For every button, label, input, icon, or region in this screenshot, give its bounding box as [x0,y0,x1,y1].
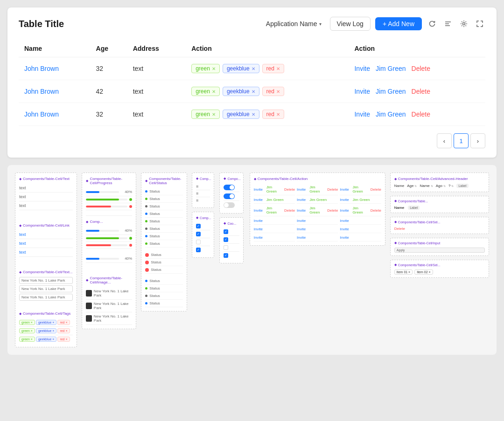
refresh-icon[interactable] [427,18,438,29]
checkbox-row3[interactable] [196,238,210,246]
action-mini-row9: InviteJim GreenDelete [297,205,338,216]
tag-close-red[interactable]: ✕ [276,66,280,71]
action-mini-row18: Invite [340,234,381,242]
select-item1[interactable]: Item 01 × [394,269,413,275]
action-mini-row16: Invite [340,217,381,225]
adv-col-ago: Ago ⇅ [436,184,446,188]
comp-input-row2[interactable]: New York No. 1 Lake Park [19,285,73,292]
mini-tag-geekblue: geekblue × [36,320,56,325]
row3-tags: green ✕ geekblue ✕ red ✕ [191,110,343,119]
checkbox-empty[interactable] [196,240,201,244]
list-item2: ≡ [196,190,210,197]
row3-invite[interactable]: Invite [354,110,370,118]
row1-jimgreen[interactable]: Jim Green [376,65,406,72]
toggle-off1[interactable] [224,202,235,208]
toggle-on1[interactable] [224,185,235,190]
comp-link-row3[interactable]: text [19,248,73,257]
comp-adv-header-title: Components/Table-Cell/Advanced-Header [394,177,485,181]
row2-delete[interactable]: Delete [412,88,430,95]
comp-input-row3[interactable]: New York No. 1 Lake Park [19,294,73,301]
tag-close-geekblue[interactable]: ✕ [252,89,255,94]
view-log-button[interactable]: View Log [330,17,371,31]
comp-text-title: Components/Table-Cell/Text [19,177,73,181]
checkbox-row4[interactable] [196,246,210,254]
action-mini-row14: InviteJim Green— [340,196,381,204]
comp-input-panel: Components/Table-Cell/Input Apply [390,238,489,256]
mini-tag-red: red × [57,320,70,325]
comp-text-row3: text [19,201,73,210]
row2-jimgreen[interactable]: Jim Green [376,88,406,95]
select-item2[interactable]: Item 02 × [414,269,433,275]
toggle-row3[interactable] [224,201,239,209]
expand-icon[interactable] [474,18,485,29]
action-mini-row10: Invite [297,217,338,225]
tag-green: green ✕ [191,110,220,119]
app-name-dropdown[interactable]: Application Name ▾ [262,17,325,30]
comp-link-title: Components/Table-Cell/Link [19,223,73,228]
status-row7: Status [145,233,183,240]
mini-tag-green3: green × [19,337,35,342]
checkbox2-row1[interactable] [224,228,239,236]
add-new-button[interactable]: + Add New [375,17,422,30]
checkbox2-row2[interactable] [224,236,239,244]
checkbox2-row3[interactable] [224,244,239,252]
status-row3: Status [145,203,183,210]
row1-name[interactable]: John Brown [24,65,59,72]
main-table-card: Table Title Application Name ▾ View Log … [7,7,497,158]
row2-invite[interactable]: Invite [354,88,370,95]
tag-close-green[interactable]: ✕ [212,112,216,117]
tag-geekblue: geekblue ✕ [223,87,259,96]
status-row13: Status [145,285,183,292]
adv-col-age: Age ⇅ [407,184,417,188]
sort-icon-age: ⇅ [414,184,417,187]
checkbox-checked3[interactable] [196,248,201,252]
action-mini-row4: Invite [254,217,295,225]
checkbox-row2[interactable] [196,230,210,238]
checkbox-checked2[interactable] [196,232,201,236]
tag-close-geekblue[interactable]: ✕ [252,112,255,117]
row3-name[interactable]: John Brown [24,110,59,118]
data-table: Name Age Address Action Action John Brow… [19,40,485,126]
toggle-row1[interactable] [224,183,239,192]
tag-close-geekblue[interactable]: ✕ [252,66,255,71]
format-icon[interactable] [442,18,454,29]
mini-tag-green: green × [19,320,35,325]
checkbox-checked1[interactable] [196,224,201,228]
toggle-on2[interactable] [224,193,235,199]
col-address: Address [127,40,186,57]
tag-geekblue: geekblue ✕ [223,64,259,73]
row1-delete[interactable]: Delete [412,65,430,72]
comp-image-title: Components/Table-Cell/Image... [86,276,132,284]
tag-green: green ✕ [191,64,220,73]
prev-page-button[interactable]: ‹ [437,133,452,148]
comp-link-row1[interactable]: text [19,230,73,239]
comp-delete-panel: Components/Table-Cell/Sel... Delete [390,217,489,234]
comp-input-row1[interactable]: New York No. 1 Lake Park [19,277,73,284]
checkbox2-empty[interactable] [224,245,228,250]
settings-icon[interactable] [458,18,469,29]
image-thumb3 [86,315,91,322]
prog-row1: 40% [86,188,132,196]
toggle-row2[interactable] [224,192,239,201]
row2-name[interactable]: John Brown [24,88,59,95]
row3-delete[interactable]: Delete [412,110,430,118]
current-page-button[interactable]: 1 [454,133,469,148]
tag-close-red[interactable]: ✕ [276,89,280,94]
checkbox2-checked3[interactable] [224,253,228,258]
tag-close-green[interactable]: ✕ [212,89,216,94]
input-mini[interactable]: Apply [394,248,485,253]
comp-checkbox-title: Comp... [196,216,210,220]
comp-tags-row1: green × geekblue × red × [19,318,73,327]
comp-link-row2[interactable]: text [19,239,73,248]
row1-invite[interactable]: Invite [354,65,370,72]
action-mini-row2: InviteJim Green— [254,196,295,204]
checkbox2-checked1[interactable] [224,229,228,234]
checkbox2-checked2[interactable] [224,237,228,242]
checkbox2-row4[interactable] [224,252,239,259]
row3-jimgreen[interactable]: Jim Green [376,110,406,118]
delete-text[interactable]: Delete [394,227,405,231]
tag-close-green[interactable]: ✕ [212,66,216,71]
next-page-button[interactable]: › [470,133,485,148]
tag-close-red[interactable]: ✕ [276,112,280,117]
checkbox-row1[interactable] [196,222,210,230]
